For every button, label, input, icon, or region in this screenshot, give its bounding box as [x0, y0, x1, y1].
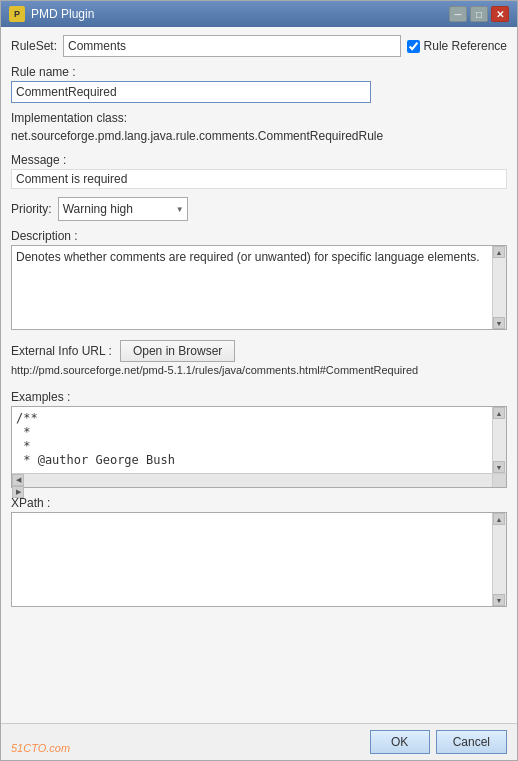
- watermark: 51CTO.com: [11, 742, 70, 754]
- priority-select-wrapper: Warning high Warning low Error Error pro…: [58, 197, 188, 221]
- rule-reference-label: Rule Reference: [424, 39, 507, 53]
- external-url-section: External Info URL : Open in Browser http…: [11, 338, 507, 382]
- message-label: Message :: [11, 153, 507, 167]
- impl-class-value: net.sourceforge.pmd.lang.java.rule.comme…: [11, 127, 507, 145]
- description-textarea[interactable]: [12, 246, 492, 326]
- examples-scroll-left[interactable]: ◀: [12, 474, 24, 486]
- cancel-button[interactable]: Cancel: [436, 730, 507, 754]
- xpath-scroll-up[interactable]: ▲: [493, 513, 505, 525]
- examples-text: /** * * * @author George Bush: [16, 411, 488, 467]
- rule-reference-area: Rule Reference: [407, 39, 507, 53]
- description-section: Description : ▲ ▼: [11, 229, 507, 330]
- message-section: Message : Comment is required: [11, 153, 507, 189]
- form-content: RuleSet: Rule Reference Rule name : Impl…: [1, 27, 517, 723]
- rule-reference-checkbox[interactable]: [407, 40, 420, 53]
- description-container: ▲ ▼: [11, 245, 507, 330]
- external-row: External Info URL : Open in Browser: [11, 340, 507, 362]
- close-button[interactable]: ✕: [491, 6, 509, 22]
- ok-button[interactable]: OK: [370, 730, 430, 754]
- external-info-label: External Info URL :: [11, 344, 112, 358]
- ruleset-input[interactable]: [63, 35, 401, 57]
- scroll-up-arrow[interactable]: ▲: [493, 246, 505, 258]
- title-bar-left: P PMD Plugin: [9, 6, 94, 22]
- ruleset-section: RuleSet: Rule Reference: [11, 35, 507, 57]
- examples-container: /** * * * @author George Bush ▲ ▼ ◀ ▶: [11, 406, 507, 488]
- examples-scrollbar-v: ▲ ▼: [492, 407, 506, 473]
- open-browser-button[interactable]: Open in Browser: [120, 340, 235, 362]
- impl-class-label: Implementation class:: [11, 111, 507, 125]
- priority-section: Priority: Warning high Warning low Error…: [11, 197, 507, 221]
- xpath-label: XPath :: [11, 496, 507, 510]
- minimize-button[interactable]: ─: [449, 6, 467, 22]
- title-controls: ─ □ ✕: [449, 6, 509, 22]
- description-scrollbar: ▲ ▼: [492, 246, 506, 329]
- examples-section: Examples : /** * * * @author George Bush…: [11, 390, 507, 488]
- scroll-down-arrow[interactable]: ▼: [493, 317, 505, 329]
- priority-label: Priority:: [11, 202, 52, 216]
- priority-select[interactable]: Warning high Warning low Error Error pro…: [58, 197, 188, 221]
- message-value: Comment is required: [11, 169, 507, 189]
- url-value: http://pmd.sourceforge.net/pmd-5.1.1/rul…: [11, 362, 507, 378]
- xpath-textarea[interactable]: [12, 513, 492, 603]
- window-title: PMD Plugin: [31, 7, 94, 21]
- examples-corner: [492, 473, 506, 487]
- examples-scroll-up[interactable]: ▲: [493, 407, 505, 419]
- examples-scrollbar-h: ◀ ▶: [12, 473, 492, 487]
- examples-scroll-right[interactable]: ▶: [12, 486, 24, 498]
- impl-class-section: Implementation class: net.sourceforge.pm…: [11, 111, 507, 145]
- xpath-scroll-down[interactable]: ▼: [493, 594, 505, 606]
- main-window: P PMD Plugin ─ □ ✕ RuleSet: Rule Referen…: [0, 0, 518, 761]
- examples-scroll-down[interactable]: ▼: [493, 461, 505, 473]
- bottom-bar: 51CTO.com OK Cancel: [1, 723, 517, 760]
- window-inner: RuleSet: Rule Reference Rule name : Impl…: [1, 27, 517, 760]
- examples-label: Examples :: [11, 390, 507, 404]
- xpath-section: XPath : ▲ ▼: [11, 496, 507, 607]
- app-icon: P: [9, 6, 25, 22]
- title-bar: P PMD Plugin ─ □ ✕: [1, 1, 517, 27]
- xpath-container: ▲ ▼: [11, 512, 507, 607]
- xpath-scrollbar: ▲ ▼: [492, 513, 506, 606]
- ruleset-label: RuleSet:: [11, 39, 57, 53]
- maximize-button[interactable]: □: [470, 6, 488, 22]
- rule-name-section: Rule name :: [11, 65, 507, 103]
- rule-name-input[interactable]: [11, 81, 371, 103]
- description-label: Description :: [11, 229, 507, 243]
- rule-name-label: Rule name :: [11, 65, 507, 79]
